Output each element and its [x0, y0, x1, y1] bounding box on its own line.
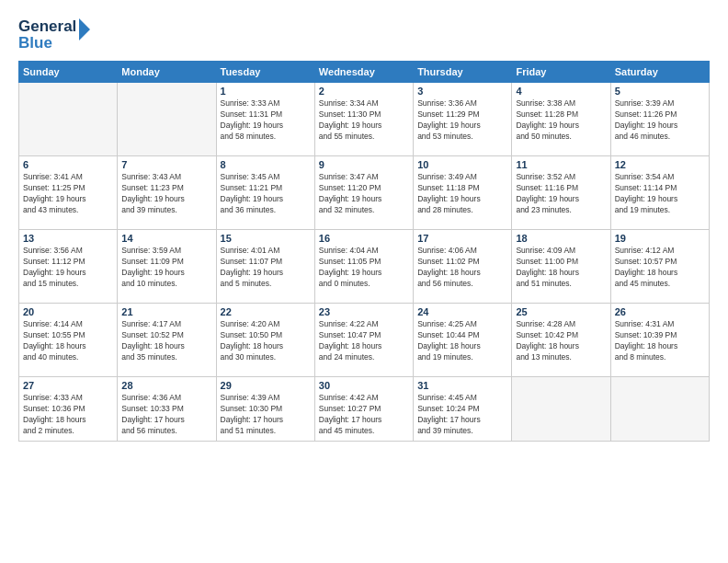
day-info: Sunrise: 4:28 AM Sunset: 10:42 PM Daylig… [516, 319, 606, 363]
day-info: Sunrise: 3:41 AM Sunset: 11:25 PM Daylig… [23, 172, 113, 216]
calendar-week-row: 13Sunrise: 3:56 AM Sunset: 11:12 PM Dayl… [19, 230, 710, 304]
day-info: Sunrise: 3:59 AM Sunset: 11:09 PM Daylig… [121, 246, 211, 290]
calendar-cell: 26Sunrise: 4:31 AM Sunset: 10:39 PM Dayl… [610, 304, 709, 377]
day-info: Sunrise: 4:12 AM Sunset: 10:57 PM Daylig… [615, 246, 705, 290]
weekday-header-row: SundayMondayTuesdayWednesdayThursdayFrid… [19, 62, 710, 83]
calendar-week-row: 1Sunrise: 3:33 AM Sunset: 11:31 PM Dayli… [19, 83, 710, 156]
day-number: 18 [516, 233, 606, 244]
calendar-cell: 22Sunrise: 4:20 AM Sunset: 10:50 PM Dayl… [216, 304, 314, 377]
day-info: Sunrise: 3:36 AM Sunset: 11:29 PM Daylig… [417, 98, 507, 143]
calendar-cell: 16Sunrise: 4:04 AM Sunset: 11:05 PM Dayl… [314, 230, 413, 304]
day-number: 3 [417, 86, 507, 97]
calendar-cell: 6Sunrise: 3:41 AM Sunset: 11:25 PM Dayli… [19, 156, 118, 230]
day-number: 27 [23, 380, 113, 391]
day-info: Sunrise: 4:42 AM Sunset: 10:27 PM Daylig… [319, 393, 409, 437]
calendar-cell: 5Sunrise: 3:39 AM Sunset: 11:26 PM Dayli… [610, 83, 709, 156]
weekday-header-monday: Monday [118, 62, 216, 83]
calendar-cell: 10Sunrise: 3:49 AM Sunset: 11:18 PM Dayl… [414, 156, 512, 230]
day-info: Sunrise: 3:52 AM Sunset: 11:16 PM Daylig… [516, 172, 606, 216]
calendar-cell: 9Sunrise: 3:47 AM Sunset: 11:20 PM Dayli… [314, 156, 413, 230]
header: GeneralBlue [18, 15, 710, 52]
day-number: 19 [615, 233, 705, 244]
day-info: Sunrise: 3:38 AM Sunset: 11:28 PM Daylig… [516, 98, 606, 143]
day-info: Sunrise: 3:56 AM Sunset: 11:12 PM Daylig… [23, 246, 113, 290]
calendar-cell: 27Sunrise: 4:33 AM Sunset: 10:36 PM Dayl… [19, 377, 118, 442]
day-info: Sunrise: 4:01 AM Sunset: 11:07 PM Daylig… [221, 246, 311, 290]
day-number: 12 [615, 159, 705, 170]
calendar-cell: 3Sunrise: 3:36 AM Sunset: 11:29 PM Dayli… [414, 83, 512, 156]
day-number: 10 [417, 159, 507, 170]
day-info: Sunrise: 3:33 AM Sunset: 11:31 PM Daylig… [221, 98, 311, 143]
day-number: 29 [221, 380, 311, 391]
day-number: 23 [319, 306, 409, 317]
calendar-cell: 30Sunrise: 4:42 AM Sunset: 10:27 PM Dayl… [314, 377, 413, 442]
day-info: Sunrise: 4:45 AM Sunset: 10:24 PM Daylig… [417, 393, 507, 437]
day-number: 21 [121, 306, 211, 317]
calendar-cell: 19Sunrise: 4:12 AM Sunset: 10:57 PM Dayl… [610, 230, 709, 304]
calendar-week-row: 27Sunrise: 4:33 AM Sunset: 10:36 PM Dayl… [19, 377, 710, 442]
day-number: 9 [319, 159, 409, 170]
day-number: 5 [615, 86, 705, 97]
calendar-cell: 18Sunrise: 4:09 AM Sunset: 11:00 PM Dayl… [512, 230, 610, 304]
day-number: 8 [221, 159, 311, 170]
day-info: Sunrise: 4:25 AM Sunset: 10:44 PM Daylig… [417, 319, 507, 363]
calendar-cell: 2Sunrise: 3:34 AM Sunset: 11:30 PM Dayli… [314, 83, 413, 156]
day-number: 7 [121, 159, 211, 170]
day-number: 31 [417, 380, 507, 391]
day-info: Sunrise: 4:22 AM Sunset: 10:47 PM Daylig… [319, 319, 409, 363]
day-info: Sunrise: 4:39 AM Sunset: 10:30 PM Daylig… [221, 393, 311, 437]
day-number: 1 [221, 86, 311, 97]
calendar-cell: 17Sunrise: 4:06 AM Sunset: 11:02 PM Dayl… [414, 230, 512, 304]
calendar-week-row: 20Sunrise: 4:14 AM Sunset: 10:55 PM Dayl… [19, 304, 710, 377]
day-number: 28 [121, 380, 211, 391]
day-info: Sunrise: 3:43 AM Sunset: 11:23 PM Daylig… [121, 172, 211, 216]
day-info: Sunrise: 4:04 AM Sunset: 11:05 PM Daylig… [319, 246, 409, 290]
calendar-cell [19, 83, 118, 156]
day-number: 17 [417, 233, 507, 244]
svg-text:General: General [18, 17, 76, 35]
day-info: Sunrise: 4:20 AM Sunset: 10:50 PM Daylig… [221, 319, 311, 363]
weekday-header-tuesday: Tuesday [216, 62, 314, 83]
day-info: Sunrise: 4:14 AM Sunset: 10:55 PM Daylig… [23, 319, 113, 363]
day-number: 11 [516, 159, 606, 170]
weekday-header-sunday: Sunday [19, 62, 118, 83]
calendar-cell: 23Sunrise: 4:22 AM Sunset: 10:47 PM Dayl… [314, 304, 413, 377]
day-info: Sunrise: 4:06 AM Sunset: 11:02 PM Daylig… [417, 246, 507, 290]
calendar-cell: 4Sunrise: 3:38 AM Sunset: 11:28 PM Dayli… [512, 83, 610, 156]
svg-marker-2 [79, 18, 90, 40]
day-info: Sunrise: 3:39 AM Sunset: 11:26 PM Daylig… [615, 98, 705, 143]
calendar-cell: 25Sunrise: 4:28 AM Sunset: 10:42 PM Dayl… [512, 304, 610, 377]
calendar-cell: 20Sunrise: 4:14 AM Sunset: 10:55 PM Dayl… [19, 304, 118, 377]
day-info: Sunrise: 3:47 AM Sunset: 11:20 PM Daylig… [319, 172, 409, 216]
day-number: 24 [417, 306, 507, 317]
weekday-header-thursday: Thursday [414, 62, 512, 83]
day-info: Sunrise: 4:33 AM Sunset: 10:36 PM Daylig… [23, 393, 113, 437]
logo: GeneralBlue [18, 15, 92, 52]
weekday-header-friday: Friday [512, 62, 610, 83]
day-info: Sunrise: 4:36 AM Sunset: 10:33 PM Daylig… [121, 393, 211, 437]
calendar-week-row: 6Sunrise: 3:41 AM Sunset: 11:25 PM Dayli… [19, 156, 710, 230]
day-number: 13 [23, 233, 113, 244]
calendar-cell: 31Sunrise: 4:45 AM Sunset: 10:24 PM Dayl… [414, 377, 512, 442]
day-info: Sunrise: 3:45 AM Sunset: 11:21 PM Daylig… [221, 172, 311, 216]
day-number: 16 [319, 233, 409, 244]
day-info: Sunrise: 3:49 AM Sunset: 11:18 PM Daylig… [417, 172, 507, 216]
day-info: Sunrise: 3:54 AM Sunset: 11:14 PM Daylig… [615, 172, 705, 216]
logo-svg: GeneralBlue [18, 15, 92, 52]
day-info: Sunrise: 4:09 AM Sunset: 11:00 PM Daylig… [516, 246, 606, 290]
day-number: 26 [615, 306, 705, 317]
day-number: 30 [319, 380, 409, 391]
day-info: Sunrise: 3:34 AM Sunset: 11:30 PM Daylig… [319, 98, 409, 143]
page: GeneralBlue SundayMondayTuesdayWednesday… [0, 0, 728, 563]
calendar-cell: 24Sunrise: 4:25 AM Sunset: 10:44 PM Dayl… [414, 304, 512, 377]
calendar-cell: 21Sunrise: 4:17 AM Sunset: 10:52 PM Dayl… [118, 304, 216, 377]
day-number: 15 [221, 233, 311, 244]
calendar-cell [512, 377, 610, 442]
calendar-cell: 12Sunrise: 3:54 AM Sunset: 11:14 PM Dayl… [610, 156, 709, 230]
calendar-table: SundayMondayTuesdayWednesdayThursdayFrid… [18, 61, 710, 442]
calendar-cell: 1Sunrise: 3:33 AM Sunset: 11:31 PM Dayli… [216, 83, 314, 156]
day-info: Sunrise: 4:17 AM Sunset: 10:52 PM Daylig… [121, 319, 211, 363]
calendar-cell: 29Sunrise: 4:39 AM Sunset: 10:30 PM Dayl… [216, 377, 314, 442]
calendar-cell: 28Sunrise: 4:36 AM Sunset: 10:33 PM Dayl… [118, 377, 216, 442]
calendar-cell: 13Sunrise: 3:56 AM Sunset: 11:12 PM Dayl… [19, 230, 118, 304]
